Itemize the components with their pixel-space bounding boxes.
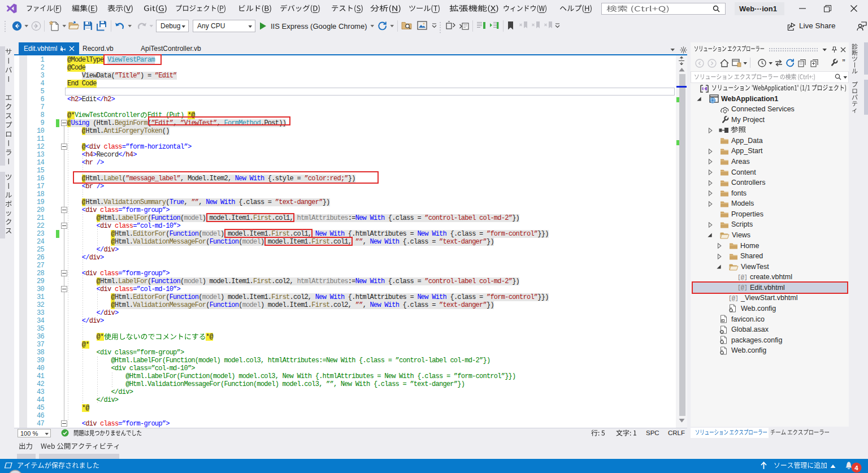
svg-text:4: 4 — [854, 465, 858, 471]
